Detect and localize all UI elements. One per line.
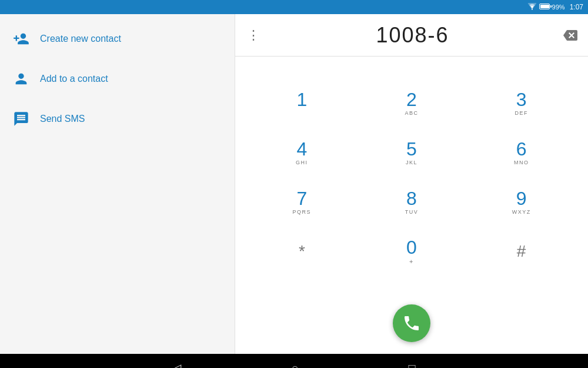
battery-percent: 99% xyxy=(552,4,565,11)
person-icon xyxy=(12,69,31,88)
create-contact-label: Create new contact xyxy=(40,34,121,44)
create-contact-item[interactable]: Create new contact xyxy=(0,19,235,59)
add-contact-label: Add to a contact xyxy=(40,74,108,84)
key-7[interactable]: 7 PQRS xyxy=(275,178,328,226)
key-hash[interactable]: # xyxy=(495,228,548,275)
key-2[interactable]: 2 ABC xyxy=(385,79,438,127)
key-star[interactable]: * xyxy=(275,228,328,275)
keypad-row-2: 4 GHI 5 JKL 6 MNO xyxy=(247,129,576,176)
back-button[interactable]: ◁ xyxy=(163,356,191,368)
clock: 1:07 xyxy=(570,3,583,11)
status-icons: 99% 1:07 xyxy=(527,3,583,11)
dialer-number-display: 1008-6 xyxy=(265,23,560,48)
send-sms-label: Send SMS xyxy=(40,114,85,124)
dialer-panel: ⋮ 1008-6 1 ϙϙ 2 ABC 3 xyxy=(235,14,588,354)
keypad-row-1: 1 ϙϙ 2 ABC 3 DEF xyxy=(247,79,576,127)
key-8[interactable]: 8 TUV xyxy=(385,178,438,226)
battery-icon xyxy=(539,4,550,11)
key-6[interactable]: 6 MNO xyxy=(495,129,548,176)
wifi-icon xyxy=(527,3,537,11)
left-panel: Create new contact Add to a contact Send… xyxy=(0,14,235,354)
send-sms-item[interactable]: Send SMS xyxy=(0,99,235,139)
delete-button[interactable] xyxy=(560,25,581,46)
recents-button[interactable]: □ xyxy=(399,357,425,369)
keypad-row-4: * 0 + # xyxy=(247,228,576,275)
svg-point-0 xyxy=(532,9,533,10)
key-1[interactable]: 1 ϙϙ xyxy=(275,79,328,127)
key-5[interactable]: 5 JKL xyxy=(385,129,438,176)
keypad: 1 ϙϙ 2 ABC 3 DEF 4 GHI 5 xyxy=(235,57,588,300)
main-container: Create new contact Add to a contact Send… xyxy=(0,14,588,354)
call-button[interactable] xyxy=(393,304,430,342)
add-to-contact-item[interactable]: Add to a contact xyxy=(0,59,235,99)
nav-bar: ◁ ○ □ xyxy=(0,354,588,368)
key-3[interactable]: 3 DEF xyxy=(495,79,548,127)
key-0[interactable]: 0 + xyxy=(385,228,438,275)
key-4[interactable]: 4 GHI xyxy=(275,129,328,176)
dialer-header: ⋮ 1008-6 xyxy=(235,14,588,57)
more-options-button[interactable]: ⋮ xyxy=(242,23,265,48)
sms-icon xyxy=(12,110,31,128)
call-area xyxy=(235,300,588,354)
key-9[interactable]: 9 WXYZ xyxy=(495,178,548,226)
home-button[interactable]: ○ xyxy=(282,357,308,369)
person-add-icon xyxy=(12,29,31,48)
status-bar: 99% 1:07 xyxy=(0,0,588,14)
keypad-row-3: 7 PQRS 8 TUV 9 WXYZ xyxy=(247,178,576,226)
